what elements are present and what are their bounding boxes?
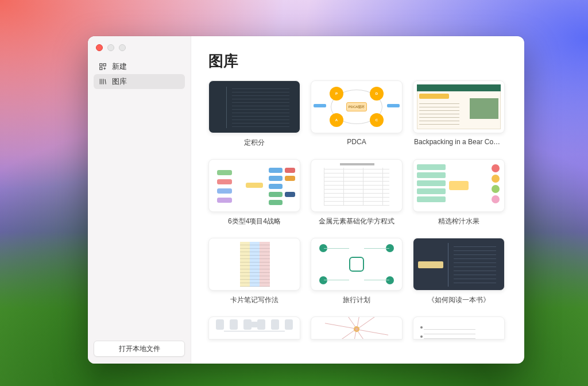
gallery-card[interactable]: PDCA循环 PDCA PDCA <box>311 80 403 151</box>
thumbnail <box>208 159 300 212</box>
svg-rect-1 <box>103 64 106 66</box>
card-title: Backpacking in a Bear Country <box>413 133 505 149</box>
thumbnail <box>208 238 300 291</box>
svg-rect-2 <box>100 67 102 70</box>
card-title: 定积分 <box>208 133 300 151</box>
card-title: 6类型4项目4战略 <box>208 212 300 230</box>
close-icon[interactable] <box>96 44 103 51</box>
gallery-card[interactable] <box>208 316 300 339</box>
thumbnail <box>208 80 300 133</box>
thumbnail: PDCA循环 PDCA <box>311 80 403 133</box>
minimize-icon[interactable] <box>107 44 114 51</box>
sidebar-item-label: 图库 <box>112 76 127 87</box>
gallery-card[interactable]: 旅行计划 <box>311 238 403 308</box>
sidebar: 新建 图库 打开本地文件 <box>88 36 191 364</box>
thumbnail <box>208 316 300 339</box>
thumbnail <box>413 159 505 212</box>
card-title: 旅行计划 <box>311 291 403 308</box>
thumbnail <box>413 316 505 339</box>
gallery-card[interactable]: 精选榨汁水果 <box>413 159 505 230</box>
library-icon <box>98 77 107 86</box>
grid-plus-icon <box>98 62 107 71</box>
card-title: 卡片笔记写作法 <box>208 291 300 308</box>
gallery-card[interactable]: 卡片笔记写作法 <box>208 238 300 308</box>
thumbnail <box>311 238 403 291</box>
sidebar-item-new[interactable]: 新建 <box>94 59 185 74</box>
sidebar-item-label: 新建 <box>112 61 127 72</box>
gallery-grid: 定积分 PDCA循环 PDCA PDCA Backpacking in <box>208 80 513 339</box>
svg-rect-0 <box>100 64 102 66</box>
app-window: 新建 图库 打开本地文件 图库 定积分 <box>88 36 524 364</box>
gallery-card[interactable]: Backpacking in a Bear Country <box>413 80 505 151</box>
main-content: 图库 定积分 PDCA循环 PDCA PDCA <box>191 36 524 364</box>
gallery-card[interactable]: 定积分 <box>208 80 300 151</box>
card-title: 精选榨汁水果 <box>413 212 505 230</box>
gallery-card[interactable] <box>311 316 403 339</box>
thumbnail <box>311 316 403 339</box>
page-title: 图库 <box>191 36 524 75</box>
gallery-card[interactable] <box>413 316 505 339</box>
gallery-scroll[interactable]: 定积分 PDCA循环 PDCA PDCA Backpacking in <box>191 75 524 364</box>
thumbnail <box>413 238 505 291</box>
sidebar-item-gallery[interactable]: 图库 <box>94 74 185 89</box>
card-title: PDCA <box>311 133 403 149</box>
thumbnail <box>413 80 505 133</box>
gallery-card[interactable]: 《如何阅读一本书》 <box>413 238 505 308</box>
card-title: 金属元素基础化学方程式 <box>311 212 403 230</box>
card-title: 《如何阅读一本书》 <box>413 291 505 308</box>
open-local-file-button[interactable]: 打开本地文件 <box>94 341 185 357</box>
zoom-icon[interactable] <box>119 44 126 51</box>
gallery-card[interactable]: 6类型4项目4战略 <box>208 159 300 230</box>
thumbnail <box>311 159 403 212</box>
pdca-center-label: PDCA循环 <box>346 102 367 111</box>
window-controls <box>94 42 185 59</box>
gallery-card[interactable]: 金属元素基础化学方程式 <box>311 159 403 230</box>
